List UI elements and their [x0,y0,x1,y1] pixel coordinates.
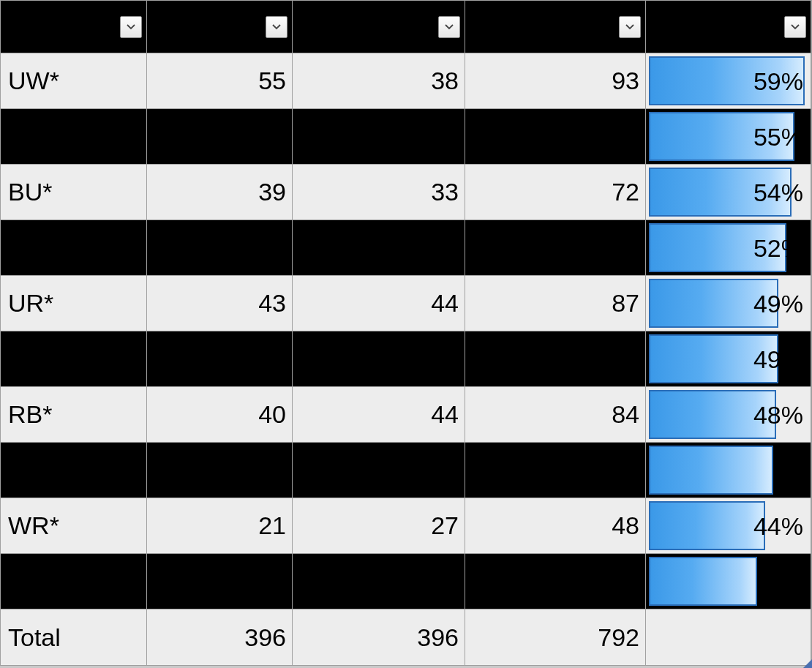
losses-cell [293,220,465,275]
total-col4 [646,609,811,665]
games-cell [465,554,646,609]
table-row: UW*55389359% [1,53,811,109]
wins-cell: 39 [147,165,293,219]
row-label-text: UW* [8,67,59,95]
header-cell-1 [147,1,293,53]
table-row: UR*43448749% [1,276,811,331]
winrate-cell: 44% [646,498,811,553]
total-col1: 396 [147,609,293,665]
databar-wrap: 47 [649,446,808,495]
row-label: UR* [1,276,147,331]
winrate-label: 55% [753,122,803,151]
wins-cell [147,554,293,609]
losses-cell-text: 27 [431,511,459,540]
row-label-text: WR* [8,511,59,540]
total-col2: 396 [293,609,465,665]
games-cell: 72 [465,165,646,219]
total-col3-text: 792 [598,623,639,652]
winrate-label: 4 [789,567,803,596]
databar-wrap: 44% [649,501,808,550]
losses-cell: 27 [293,498,465,553]
row-label: BU* [1,165,147,219]
filter-sort-button-col4[interactable] [784,16,806,38]
table-row: RB*40448448% [1,387,811,443]
wins-cell [147,109,293,164]
games-cell [465,220,646,275]
wins-cell-text: 55 [258,67,286,95]
wins-cell: 43 [147,276,293,331]
row-label [1,220,147,275]
databar [649,557,757,606]
header-cell-0 [1,1,147,53]
winrate-cell: 49% [646,331,811,386]
games-cell-text: 72 [612,178,639,206]
wins-cell [147,443,293,498]
losses-cell [293,554,465,609]
losses-cell: 44 [293,276,465,331]
total-label: Total [1,609,147,665]
databar-wrap: 49% [649,334,808,383]
wins-cell-text: 43 [258,289,286,318]
winrate-cell: 47 [646,443,811,498]
winrate-cell: 48% [646,387,811,442]
winrate-label: 52% [753,233,803,262]
filter-button-col1[interactable] [266,16,287,38]
losses-cell-text: 33 [431,178,459,206]
table-row: WR*21274844% [1,498,811,554]
winrate-label: 59% [753,67,803,95]
databar-wrap: 4 [649,557,808,606]
row-label-text: RB* [8,400,52,429]
losses-cell: 33 [293,165,465,219]
row-label: WR* [1,498,147,553]
filter-button-col3[interactable] [619,16,641,38]
databar-wrap: 49% [649,279,808,328]
games-cell-text: 93 [612,67,639,95]
wins-cell-text: 40 [258,400,286,429]
winrate-label: 54% [753,178,803,206]
header-row [1,1,811,53]
databar-wrap: 52% [649,223,808,272]
row-label: RB* [1,387,147,442]
wins-cell: 21 [147,498,293,553]
wins-cell-text: 21 [258,511,286,540]
winrate-label: 44% [753,511,803,540]
winrate-label: 48% [753,400,803,429]
losses-cell-text: 44 [431,289,459,318]
chevron-down-icon [625,24,634,30]
header-cell-4 [646,1,811,53]
table-row: 4 [1,554,811,609]
table-row: 52% [1,220,811,276]
winrate-cell: 54% [646,165,811,219]
losses-cell-text: 38 [431,67,459,95]
total-label-text: Total [8,623,61,652]
total-col3: 792 [465,609,646,665]
table-row: 49% [1,331,811,387]
losses-cell-text: 44 [431,400,459,429]
total-col2-text: 396 [417,623,459,652]
winrate-cell: 4 [646,554,811,609]
filter-button-col2[interactable] [438,16,460,38]
winrate-cell: 52% [646,220,811,275]
winrate-label: 49% [753,289,803,318]
games-cell: 87 [465,276,646,331]
games-cell-text: 87 [612,289,639,318]
games-cell-text: 48 [612,511,639,540]
resize-handle-icon[interactable] [803,659,812,668]
winrate-cell: 59% [646,53,811,108]
databar-wrap: 55% [649,112,808,161]
total-row: Total396396792 [1,609,811,665]
losses-cell [293,331,465,386]
games-cell: 93 [465,53,646,108]
row-label [1,443,147,498]
filter-button-col0[interactable] [120,16,142,38]
winrate-label: 49% [753,345,803,373]
sort-descending-icon [805,18,811,34]
table-row: 47 [1,443,811,498]
games-cell [465,331,646,386]
total-col1-text: 396 [244,623,286,652]
losses-cell [293,109,465,164]
wins-cell-text: 39 [258,178,286,206]
games-cell: 48 [465,498,646,553]
row-label: UW* [1,53,147,108]
pivot-table: UW*55389359%55%BU*39337254%52%UR*4344874… [0,0,812,666]
